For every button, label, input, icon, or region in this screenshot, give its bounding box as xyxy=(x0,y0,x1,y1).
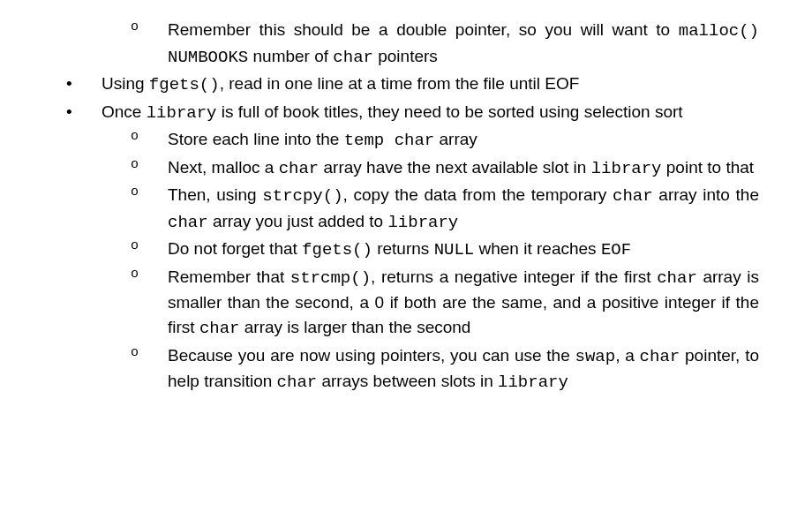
sub-bullet-item: Do not forget that fgets() returns NULL … xyxy=(53,237,759,263)
code-text: swap xyxy=(575,347,616,366)
sub-bullet-item: Because you are now using pointers, you … xyxy=(53,343,759,395)
body-text: array into the xyxy=(653,185,759,204)
body-text: Next, malloc a xyxy=(168,158,279,177)
body-text: , read in one line at a time from the fi… xyxy=(220,74,580,93)
sub-bullet-list: Store each line into the temp char array… xyxy=(53,127,759,263)
code-text: char xyxy=(640,347,680,366)
document-content: Remember this should be a double pointer… xyxy=(53,18,759,395)
code-text: NULL xyxy=(434,240,475,260)
code-text: EOF xyxy=(601,240,631,260)
body-text: arrays between slots in xyxy=(317,372,498,390)
code-text: strcmp() xyxy=(290,268,371,288)
body-text: , copy the data from the temporary xyxy=(343,185,613,204)
body-text: Store each line into the xyxy=(168,130,344,148)
body-text: array xyxy=(434,130,477,148)
body-text: returns xyxy=(372,239,434,258)
code-text: NUMBOOKS xyxy=(168,48,248,67)
code-text: char xyxy=(613,186,653,206)
sub-bullet-item: Next, malloc a char array have the next … xyxy=(53,155,759,182)
code-text: char xyxy=(333,48,373,67)
body-text: is full of book titles, they need to be … xyxy=(217,102,683,121)
body-text: Then, using xyxy=(168,185,262,204)
code-text: char xyxy=(168,213,208,232)
sub-bullet-item: Remember that strcmp(), returns a negati… xyxy=(53,265,759,342)
bullet-list: Using fgets(), read in one line at a tim… xyxy=(53,72,759,125)
body-text: pointers xyxy=(373,47,438,65)
code-text: library xyxy=(591,159,662,178)
code-text: char xyxy=(199,319,240,338)
body-text: array have the next available slot in xyxy=(319,158,590,177)
body-text: Do not forget that xyxy=(168,239,302,258)
sub-bullet-item: Remember this should be a double pointer… xyxy=(53,18,759,70)
body-text: array is larger than the second xyxy=(240,318,471,336)
code-text: fgets() xyxy=(302,240,372,260)
code-text: strcpy() xyxy=(262,186,342,206)
code-text: char xyxy=(279,159,320,178)
code-text: char xyxy=(277,373,318,392)
sub-bullet-list: Remember this should be a double pointer… xyxy=(53,18,759,70)
code-text: library xyxy=(147,103,217,123)
body-text: Because you are now using pointers, you … xyxy=(168,346,575,365)
bullet-item: Using fgets(), read in one line at a tim… xyxy=(53,72,759,98)
bullet-item: Once library is full of book titles, the… xyxy=(53,100,759,126)
sub-bullet-list: Remember that strcmp(), returns a negati… xyxy=(53,265,759,395)
sub-bullet-item: Store each line into the temp char array xyxy=(53,127,759,154)
body-text: number of xyxy=(248,47,333,65)
body-text: when it reaches xyxy=(474,239,601,258)
body-text: Remember this should be a double pointer… xyxy=(168,20,679,39)
body-text: , returns a negative integer if the firs… xyxy=(371,267,657,286)
body-text: Once xyxy=(102,102,147,121)
code-text: malloc() xyxy=(679,21,759,41)
body-text: Remember that xyxy=(168,267,290,286)
body-text: array you just added to xyxy=(208,212,388,230)
code-text: library xyxy=(387,213,458,232)
body-text: , a xyxy=(615,346,639,365)
body-text: point to that xyxy=(662,158,755,177)
body-text: Using xyxy=(102,74,149,93)
code-text: temp char xyxy=(344,131,435,150)
code-text: fgets() xyxy=(149,75,220,94)
code-text: char xyxy=(657,268,697,288)
code-text: library xyxy=(498,373,568,392)
sub-bullet-item: Then, using strcpy(), copy the data from… xyxy=(53,183,759,235)
